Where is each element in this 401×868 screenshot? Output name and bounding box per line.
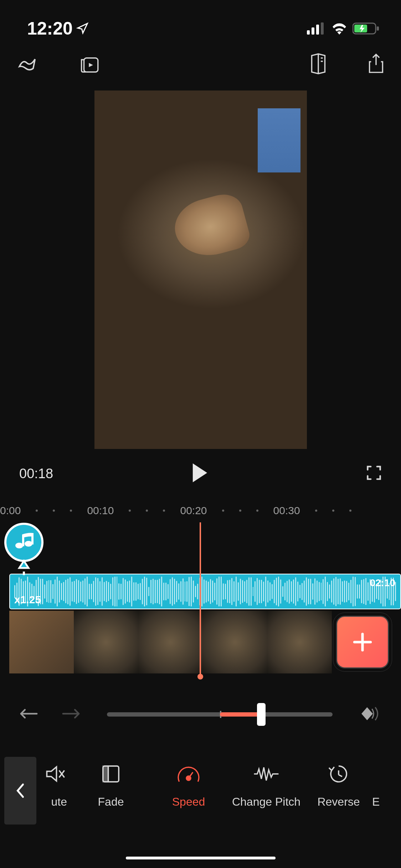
- mute-icon: [44, 763, 67, 785]
- tool-next[interactable]: E: [372, 763, 386, 808]
- ruler-tick: [70, 510, 72, 512]
- timeline[interactable]: x1.25 02:10: [0, 522, 401, 676]
- svg-rect-21: [103, 766, 108, 782]
- ruler-tick: [129, 510, 131, 512]
- app-logo-icon[interactable]: [16, 53, 38, 76]
- clip-thumbnail[interactable]: [138, 611, 203, 673]
- tool-speed[interactable]: Speed: [150, 763, 227, 808]
- playback-controls: 00:18: [0, 449, 401, 485]
- ruler-tick: [53, 510, 55, 512]
- svg-point-10: [15, 543, 23, 548]
- preview-frame-content: [94, 91, 307, 449]
- tool-fade[interactable]: Fade: [72, 763, 150, 808]
- music-marker[interactable]: [3, 522, 45, 575]
- home-indicator[interactable]: [126, 857, 276, 859]
- keyframe-button[interactable]: [358, 705, 382, 724]
- ruler-tick: [349, 510, 351, 512]
- signal-icon: [307, 22, 326, 35]
- current-time: 00:18: [19, 466, 53, 481]
- audio-duration-label: 02:10: [370, 577, 395, 589]
- status-bar: 12:20: [0, 0, 401, 46]
- tool-change-pitch[interactable]: Change Pitch: [227, 763, 305, 808]
- ruler-tick: [315, 510, 317, 512]
- audio-speed-label: x1.25: [14, 594, 41, 606]
- play-button[interactable]: [191, 463, 209, 485]
- video-preview[interactable]: [94, 91, 307, 449]
- timeline-ruler[interactable]: 0:00 00:10 00:20 00:30: [0, 505, 401, 517]
- ruler-tick: [256, 510, 258, 512]
- svg-line-25: [339, 775, 342, 776]
- ruler-tick: [239, 510, 241, 512]
- svg-rect-1: [312, 27, 314, 35]
- tool-label: E: [372, 795, 380, 808]
- undo-button[interactable]: [19, 707, 39, 722]
- location-icon: [76, 22, 88, 35]
- status-time: 12:20: [27, 18, 88, 39]
- slider-fill: [220, 712, 261, 717]
- pitch-icon: [252, 763, 280, 785]
- edit-controls: [0, 705, 401, 724]
- ruler-label: 00:20: [180, 505, 207, 517]
- wifi-icon: [331, 22, 348, 35]
- svg-rect-2: [316, 25, 319, 35]
- fullscreen-button[interactable]: [366, 465, 382, 482]
- add-clip-button[interactable]: [336, 616, 389, 668]
- ruler-tick: [222, 510, 224, 512]
- bottom-toolbar: ute Fade Speed Change Pitch Reverse E: [0, 763, 401, 808]
- speed-slider[interactable]: [107, 712, 333, 717]
- redo-button[interactable]: [61, 707, 81, 722]
- ruler-tick: [332, 510, 334, 512]
- svg-rect-0: [307, 30, 310, 35]
- tutorial-icon[interactable]: [309, 53, 328, 76]
- clip-thumbnail[interactable]: [9, 611, 74, 673]
- clip-thumbnail[interactable]: [203, 611, 267, 673]
- video-track[interactable]: [9, 611, 401, 673]
- ruler-label: 0:00: [0, 505, 21, 517]
- ruler-label: 00:30: [273, 505, 300, 517]
- svg-rect-6: [377, 26, 379, 31]
- back-button[interactable]: [4, 757, 36, 825]
- audio-track[interactable]: x1.25 02:10: [9, 574, 401, 609]
- slider-thumb[interactable]: [257, 703, 266, 726]
- ruler-tick: [146, 510, 148, 512]
- svg-rect-3: [321, 22, 324, 35]
- tool-label: Change Pitch: [232, 795, 300, 808]
- reverse-icon: [327, 763, 350, 785]
- tool-label: Speed: [172, 795, 205, 808]
- templates-icon[interactable]: [80, 54, 101, 75]
- status-icons: [307, 22, 380, 35]
- ruler-tick: [36, 510, 38, 512]
- clip-thumbnail[interactable]: [267, 611, 332, 673]
- tool-label: Reverse: [317, 795, 360, 808]
- svg-point-11: [25, 541, 32, 547]
- top-nav: [0, 46, 401, 87]
- tool-label: ute: [51, 795, 67, 808]
- share-icon[interactable]: [367, 53, 385, 76]
- tool-reverse[interactable]: Reverse: [305, 763, 372, 808]
- tool-label: Fade: [98, 795, 124, 808]
- battery-icon: [353, 22, 380, 35]
- clip-thumbnail[interactable]: [74, 611, 138, 673]
- speed-icon: [176, 763, 201, 785]
- ruler-tick: [163, 510, 165, 512]
- status-time-text: 12:20: [27, 18, 73, 39]
- fade-icon: [99, 763, 122, 785]
- playhead[interactable]: [200, 522, 201, 676]
- ruler-label: 00:10: [87, 505, 114, 517]
- waveform: [10, 574, 400, 609]
- svg-rect-14: [23, 572, 25, 575]
